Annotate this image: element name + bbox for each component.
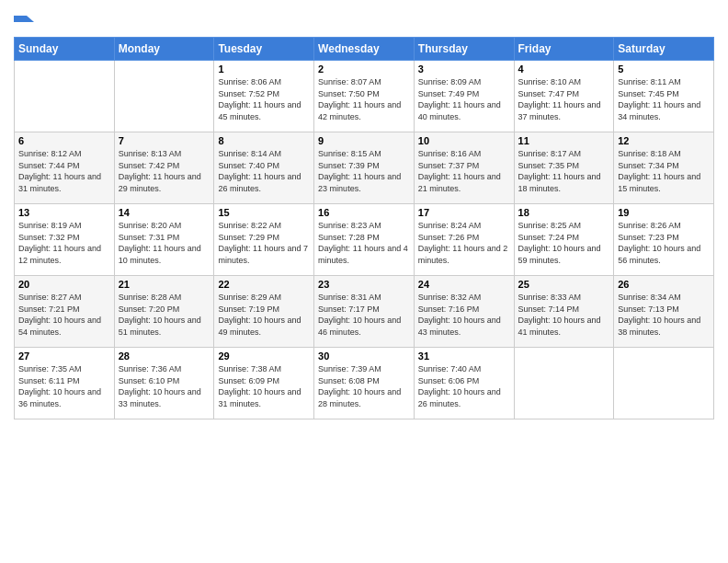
day-info: Sunrise: 7:39 AMSunset: 6:08 PMDaylight:… bbox=[318, 363, 410, 409]
weekday-header-cell: Tuesday bbox=[214, 38, 314, 61]
day-info: Sunrise: 8:14 AMSunset: 7:40 PMDaylight:… bbox=[218, 148, 310, 194]
day-number: 14 bbox=[119, 207, 210, 218]
day-number: 31 bbox=[418, 350, 510, 362]
day-number: 4 bbox=[518, 63, 610, 75]
day-info: Sunrise: 7:40 AMSunset: 6:06 PMDaylight:… bbox=[418, 363, 510, 409]
day-number: 30 bbox=[318, 350, 410, 362]
calendar-cell: 31Sunrise: 7:40 AMSunset: 6:06 PMDayligh… bbox=[414, 348, 514, 419]
day-info: Sunrise: 8:11 AMSunset: 7:45 PMDaylight:… bbox=[618, 76, 710, 122]
day-info: Sunrise: 8:22 AMSunset: 7:29 PMDaylight:… bbox=[218, 220, 310, 266]
day-info: Sunrise: 8:25 AMSunset: 7:24 PMDaylight:… bbox=[518, 220, 610, 266]
day-info: Sunrise: 8:18 AMSunset: 7:34 PMDaylight:… bbox=[618, 148, 710, 194]
calendar-cell: 18Sunrise: 8:25 AMSunset: 7:24 PMDayligh… bbox=[514, 204, 614, 276]
day-info: Sunrise: 8:09 AMSunset: 7:49 PMDaylight:… bbox=[418, 76, 510, 122]
calendar-cell: 27Sunrise: 7:35 AMSunset: 6:11 PMDayligh… bbox=[15, 348, 115, 419]
calendar-cell: 7Sunrise: 8:13 AMSunset: 7:42 PMDaylight… bbox=[114, 132, 214, 204]
day-info: Sunrise: 8:26 AMSunset: 7:23 PMDaylight:… bbox=[618, 220, 710, 266]
day-info: Sunrise: 8:19 AMSunset: 7:32 PMDaylight:… bbox=[18, 220, 110, 266]
calendar-cell bbox=[15, 61, 115, 132]
day-number: 27 bbox=[18, 350, 110, 362]
day-info: Sunrise: 8:16 AMSunset: 7:37 PMDaylight:… bbox=[418, 148, 510, 194]
day-number: 10 bbox=[418, 135, 510, 146]
day-number: 18 bbox=[518, 207, 610, 218]
calendar-cell: 12Sunrise: 8:18 AMSunset: 7:34 PMDayligh… bbox=[614, 132, 714, 204]
weekday-header-cell: Friday bbox=[514, 38, 614, 61]
calendar-cell: 2Sunrise: 8:07 AMSunset: 7:50 PMDaylight… bbox=[314, 61, 415, 132]
calendar-cell: 11Sunrise: 8:17 AMSunset: 7:35 PMDayligh… bbox=[514, 132, 614, 204]
calendar-cell: 19Sunrise: 8:26 AMSunset: 7:23 PMDayligh… bbox=[614, 204, 714, 276]
day-number: 25 bbox=[518, 279, 610, 290]
calendar-cell: 15Sunrise: 8:22 AMSunset: 7:29 PMDayligh… bbox=[214, 204, 314, 276]
day-number: 8 bbox=[218, 135, 310, 146]
day-info: Sunrise: 8:15 AMSunset: 7:39 PMDaylight:… bbox=[318, 148, 410, 194]
calendar-cell: 6Sunrise: 8:12 AMSunset: 7:44 PMDaylight… bbox=[15, 132, 115, 204]
day-number: 29 bbox=[218, 350, 310, 362]
day-number: 2 bbox=[318, 63, 410, 75]
svg-marker-0 bbox=[27, 16, 34, 22]
calendar-cell: 24Sunrise: 8:32 AMSunset: 7:16 PMDayligh… bbox=[414, 276, 514, 348]
day-number: 21 bbox=[119, 279, 210, 290]
day-info: Sunrise: 8:17 AMSunset: 7:35 PMDaylight:… bbox=[518, 148, 610, 194]
day-info: Sunrise: 8:20 AMSunset: 7:31 PMDaylight:… bbox=[119, 220, 210, 266]
day-number: 23 bbox=[318, 279, 410, 290]
day-info: Sunrise: 7:35 AMSunset: 6:11 PMDaylight:… bbox=[18, 363, 110, 409]
calendar-table: SundayMondayTuesdayWednesdayThursdayFrid… bbox=[14, 37, 714, 419]
day-info: Sunrise: 8:33 AMSunset: 7:14 PMDaylight:… bbox=[518, 292, 610, 338]
calendar-week-row: 13Sunrise: 8:19 AMSunset: 7:32 PMDayligh… bbox=[15, 204, 714, 276]
day-number: 16 bbox=[318, 207, 410, 218]
calendar-cell: 4Sunrise: 8:10 AMSunset: 7:47 PMDaylight… bbox=[514, 61, 614, 132]
day-info: Sunrise: 8:32 AMSunset: 7:16 PMDaylight:… bbox=[418, 292, 510, 338]
calendar-cell: 1Sunrise: 8:06 AMSunset: 7:52 PMDaylight… bbox=[214, 61, 314, 132]
calendar-week-row: 6Sunrise: 8:12 AMSunset: 7:44 PMDaylight… bbox=[15, 132, 714, 204]
day-number: 17 bbox=[418, 207, 510, 218]
day-info: Sunrise: 8:07 AMSunset: 7:50 PMDaylight:… bbox=[318, 76, 410, 122]
calendar-cell bbox=[114, 61, 214, 132]
day-info: Sunrise: 8:34 AMSunset: 7:13 PMDaylight:… bbox=[618, 292, 710, 338]
day-number: 12 bbox=[618, 135, 710, 146]
calendar-week-row: 1Sunrise: 8:06 AMSunset: 7:52 PMDaylight… bbox=[15, 61, 714, 132]
day-info: Sunrise: 8:27 AMSunset: 7:21 PMDaylight:… bbox=[18, 292, 110, 338]
calendar-cell: 26Sunrise: 8:34 AMSunset: 7:13 PMDayligh… bbox=[614, 276, 714, 348]
day-number: 15 bbox=[218, 207, 310, 218]
logo bbox=[14, 13, 38, 33]
day-number: 22 bbox=[218, 279, 310, 290]
calendar-cell: 29Sunrise: 7:38 AMSunset: 6:09 PMDayligh… bbox=[214, 348, 314, 419]
calendar-cell: 10Sunrise: 8:16 AMSunset: 7:37 PMDayligh… bbox=[414, 132, 514, 204]
day-info: Sunrise: 8:28 AMSunset: 7:20 PMDaylight:… bbox=[119, 292, 210, 338]
day-number: 5 bbox=[618, 63, 710, 75]
calendar-cell: 9Sunrise: 8:15 AMSunset: 7:39 PMDaylight… bbox=[314, 132, 415, 204]
logo-icon bbox=[14, 13, 34, 33]
day-number: 26 bbox=[618, 279, 710, 290]
day-info: Sunrise: 8:10 AMSunset: 7:47 PMDaylight:… bbox=[518, 76, 610, 122]
day-info: Sunrise: 8:13 AMSunset: 7:42 PMDaylight:… bbox=[119, 148, 210, 194]
calendar-cell: 16Sunrise: 8:23 AMSunset: 7:28 PMDayligh… bbox=[314, 204, 415, 276]
calendar-cell: 3Sunrise: 8:09 AMSunset: 7:49 PMDaylight… bbox=[414, 61, 514, 132]
day-number: 7 bbox=[119, 135, 210, 146]
day-number: 24 bbox=[418, 279, 510, 290]
weekday-header-cell: Monday bbox=[114, 38, 214, 61]
calendar-cell: 30Sunrise: 7:39 AMSunset: 6:08 PMDayligh… bbox=[314, 348, 415, 419]
day-number: 28 bbox=[119, 350, 210, 362]
day-number: 11 bbox=[518, 135, 610, 146]
calendar-cell: 28Sunrise: 7:36 AMSunset: 6:10 PMDayligh… bbox=[114, 348, 214, 419]
day-info: Sunrise: 8:24 AMSunset: 7:26 PMDaylight:… bbox=[418, 220, 510, 266]
day-info: Sunrise: 8:23 AMSunset: 7:28 PMDaylight:… bbox=[318, 220, 410, 266]
weekday-header-cell: Wednesday bbox=[314, 38, 415, 61]
weekday-header-cell: Thursday bbox=[414, 38, 514, 61]
calendar-cell: 22Sunrise: 8:29 AMSunset: 7:19 PMDayligh… bbox=[214, 276, 314, 348]
calendar-cell: 21Sunrise: 8:28 AMSunset: 7:20 PMDayligh… bbox=[114, 276, 214, 348]
calendar-cell: 17Sunrise: 8:24 AMSunset: 7:26 PMDayligh… bbox=[414, 204, 514, 276]
weekday-header-row: SundayMondayTuesdayWednesdayThursdayFrid… bbox=[15, 38, 714, 61]
day-number: 9 bbox=[318, 135, 410, 146]
calendar-cell bbox=[514, 348, 614, 419]
day-info: Sunrise: 8:06 AMSunset: 7:52 PMDaylight:… bbox=[218, 76, 310, 122]
day-number: 19 bbox=[618, 207, 710, 218]
calendar-week-row: 20Sunrise: 8:27 AMSunset: 7:21 PMDayligh… bbox=[15, 276, 714, 348]
svg-rect-1 bbox=[14, 16, 27, 22]
calendar-cell: 13Sunrise: 8:19 AMSunset: 7:32 PMDayligh… bbox=[15, 204, 115, 276]
day-info: Sunrise: 7:38 AMSunset: 6:09 PMDaylight:… bbox=[218, 363, 310, 409]
day-info: Sunrise: 8:29 AMSunset: 7:19 PMDaylight:… bbox=[218, 292, 310, 338]
day-number: 13 bbox=[18, 207, 110, 218]
calendar-cell: 25Sunrise: 8:33 AMSunset: 7:14 PMDayligh… bbox=[514, 276, 614, 348]
calendar-cell: 23Sunrise: 8:31 AMSunset: 7:17 PMDayligh… bbox=[314, 276, 415, 348]
